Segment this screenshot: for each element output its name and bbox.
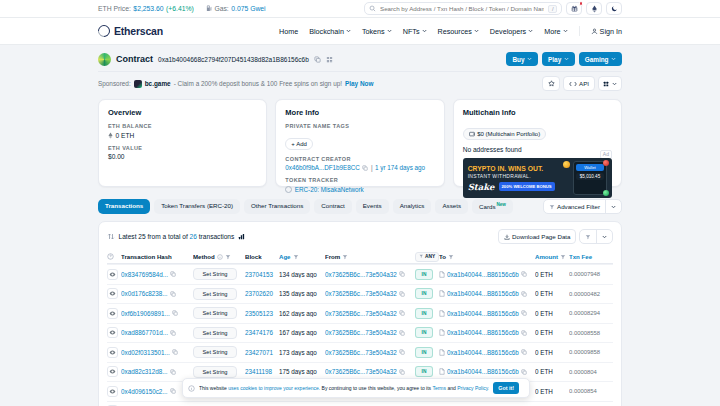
- tab-contract[interactable]: Contract: [314, 199, 351, 213]
- advanced-filter-button[interactable]: Advanced Filter: [543, 199, 623, 214]
- tx-hash-link[interactable]: 0x4d096150c2...: [121, 388, 168, 395]
- tx-preview-button[interactable]: [107, 386, 118, 397]
- copy-icon[interactable]: [399, 271, 405, 277]
- column-header-amount[interactable]: Amount: [535, 253, 558, 260]
- copy-icon[interactable]: [521, 369, 527, 375]
- to-address-link[interactable]: 0xa1b40044...B86156c6b: [447, 368, 519, 375]
- tx-hash-link[interactable]: 0xd02f0313501...: [121, 349, 170, 356]
- tab-assets[interactable]: Assets: [435, 199, 468, 213]
- block-link[interactable]: 23704153: [245, 271, 273, 278]
- creation-txn-age-link[interactable]: 1 yr 174 days ago: [375, 164, 425, 171]
- multichain-portfolio-button[interactable]: $0 (Multichain Portfolio): [463, 128, 547, 140]
- block-link[interactable]: 23505123: [245, 310, 273, 317]
- cookie-link[interactable]: uses cookies to improve your experience.: [228, 385, 320, 391]
- gaming-button[interactable]: Gaming: [579, 52, 622, 66]
- tx-hash-link[interactable]: 0x0d176c8238...: [121, 290, 168, 297]
- tx-hash-link[interactable]: 0x834769584d...: [121, 271, 168, 278]
- copy-icon[interactable]: [521, 291, 527, 297]
- copy-icon[interactable]: [521, 271, 527, 277]
- add-private-tag-button[interactable]: + Add: [285, 138, 313, 150]
- search-bar[interactable]: /: [364, 2, 562, 15]
- tab-cards[interactable]: CardsNew: [472, 199, 513, 213]
- copy-icon[interactable]: [362, 165, 368, 171]
- table-filter-button[interactable]: [579, 229, 613, 244]
- method-filter-icon[interactable]: [225, 254, 231, 260]
- from-address-link[interactable]: 0x73625B6c...73e504a32: [325, 329, 397, 336]
- to-address-link[interactable]: 0xa1b40044...B86156c6b: [447, 310, 519, 317]
- tx-preview-button[interactable]: [107, 269, 118, 280]
- tx-hash-link[interactable]: 0xad8867701d...: [121, 329, 168, 336]
- creator-address-link[interactable]: 0x46b0f9bA...DF1b9E8CC: [285, 164, 360, 171]
- column-header-block[interactable]: Block: [245, 253, 279, 260]
- copy-icon[interactable]: [399, 330, 405, 336]
- direction-filter-button[interactable]: ANY: [415, 252, 439, 262]
- eth-price-value[interactable]: $2,253.60: [133, 5, 163, 12]
- brand-logo-link[interactable]: Etherscan: [98, 25, 163, 37]
- copy-icon[interactable]: [521, 349, 527, 355]
- copy-icon[interactable]: [172, 310, 178, 316]
- copy-icon[interactable]: [521, 330, 527, 336]
- copy-icon[interactable]: [399, 349, 405, 355]
- from-filter-icon[interactable]: [342, 254, 348, 260]
- amount-filter-icon[interactable]: [560, 254, 566, 260]
- nav-item-developers[interactable]: Developers: [490, 27, 533, 36]
- block-link[interactable]: 23411198: [245, 368, 272, 375]
- to-address-link[interactable]: 0xa1b40044...B86156c6b: [447, 271, 519, 278]
- copy-icon[interactable]: [399, 291, 405, 297]
- ad-cta-button[interactable]: 200% WELCOME BONUS: [499, 182, 555, 191]
- to-filter-icon[interactable]: [448, 254, 454, 260]
- column-header-age[interactable]: Age: [279, 253, 291, 260]
- info-icon[interactable]: [217, 254, 223, 260]
- copy-icon[interactable]: [170, 271, 176, 277]
- column-header-hash[interactable]: Transaction Hash: [121, 253, 193, 260]
- stake-ad-banner[interactable]: CRYPTO IN. WINS OUT. INSTANT WITHDRAWAL.…: [463, 158, 612, 198]
- to-address-link[interactable]: 0xa1b40044...B86156c6b: [447, 349, 519, 356]
- from-address-link[interactable]: 0x73625B6c...73e504a32: [325, 310, 397, 317]
- more-options-button[interactable]: [598, 76, 623, 91]
- sponsored-cta-link[interactable]: Play Now: [345, 80, 373, 87]
- nav-item-tokens[interactable]: Tokens: [362, 27, 392, 36]
- tx-preview-button[interactable]: [107, 347, 118, 358]
- column-header-fee[interactable]: Txn Fee: [569, 253, 592, 260]
- copy-icon[interactable]: [399, 369, 405, 375]
- tab-token-transfers-erc-20[interactable]: Token Transfers (ERC-20): [154, 199, 240, 213]
- block-link[interactable]: 23474176: [245, 329, 273, 336]
- copy-icon[interactable]: [172, 349, 178, 355]
- age-filter-icon[interactable]: [293, 254, 299, 260]
- chart-icon[interactable]: [238, 233, 245, 240]
- favorite-button[interactable]: [542, 76, 560, 91]
- from-address-link[interactable]: 0x73625B6c...73e504a32: [325, 271, 397, 278]
- copy-icon[interactable]: [399, 310, 405, 316]
- summary-count-link[interactable]: 26: [190, 233, 197, 240]
- tab-events[interactable]: Events: [356, 199, 389, 213]
- tx-hash-link[interactable]: 0xad82c312d8...: [121, 368, 168, 375]
- tx-preview-button[interactable]: [107, 288, 118, 299]
- terms-link[interactable]: Terms: [432, 385, 446, 391]
- search-input[interactable]: [380, 5, 544, 12]
- copy-icon[interactable]: [170, 369, 176, 375]
- tab-other-transactions[interactable]: Other Transactions: [244, 199, 310, 213]
- nav-item-home[interactable]: Home: [279, 27, 298, 36]
- copy-icon[interactable]: [170, 330, 176, 336]
- nav-item-more[interactable]: More: [544, 27, 567, 36]
- qr-code-icon[interactable]: [326, 56, 333, 63]
- tab-transactions[interactable]: Transactions: [98, 199, 150, 213]
- network-button[interactable]: [586, 2, 602, 15]
- to-address-link[interactable]: 0xa1b40044...B86156c6b: [447, 329, 519, 336]
- token-tracker-link[interactable]: ERC-20: MisakaNetwork: [295, 186, 364, 193]
- cookie-accept-button[interactable]: Got it!: [493, 382, 519, 394]
- tx-preview-button[interactable]: [107, 366, 118, 377]
- block-link[interactable]: 23702620: [245, 290, 273, 297]
- tab-analytics[interactable]: Analytics: [393, 199, 432, 213]
- block-link[interactable]: 23427071: [245, 349, 273, 356]
- nav-item-blockchain[interactable]: Blockchain: [309, 27, 351, 36]
- from-address-link[interactable]: 0x73625B6c...73e504a32: [325, 290, 397, 297]
- play-button[interactable]: Play: [542, 52, 575, 66]
- theme-toggle-button[interactable]: [606, 2, 622, 15]
- api-button[interactable]: API: [563, 76, 594, 91]
- to-address-link[interactable]: 0xa1b40044...B86156c6b: [447, 290, 519, 297]
- privacy-policy-link[interactable]: Privacy Policy.: [457, 385, 489, 391]
- copy-icon[interactable]: [521, 310, 527, 316]
- gas-value[interactable]: 0.075 Gwei: [231, 5, 265, 12]
- promotions-button[interactable]: [566, 2, 582, 15]
